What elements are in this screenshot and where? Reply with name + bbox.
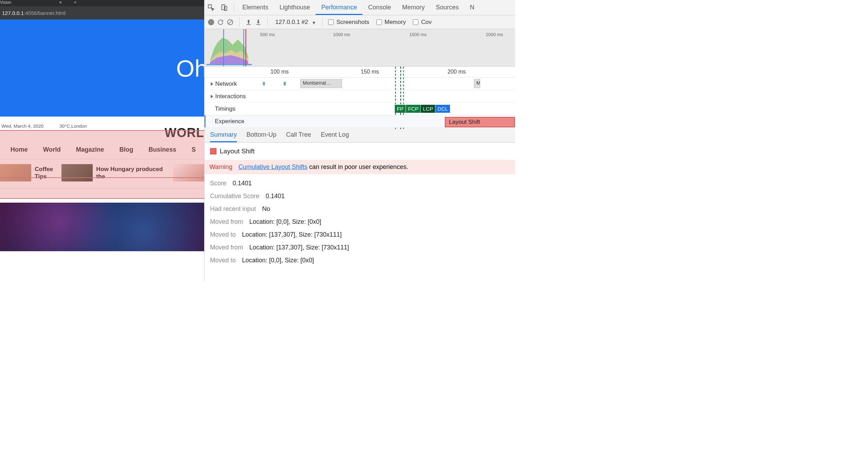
hero-image <box>0 203 204 251</box>
inspect-icon[interactable] <box>207 4 215 11</box>
timing-fcp[interactable]: FCP <box>406 105 420 113</box>
nav-item[interactable]: World <box>43 146 61 153</box>
track-label: Timings <box>215 105 235 112</box>
tab-elements[interactable]: Elements <box>237 0 274 15</box>
net-segment[interactable] <box>284 82 286 85</box>
net-request[interactable]: M <box>474 79 480 88</box>
download-icon[interactable] <box>255 19 262 26</box>
kv-val: No <box>262 205 270 213</box>
kv-key: Cumulative Score <box>210 193 259 200</box>
browser-window: Vision × + 127.0.0.1:4556/banner.html Oh… <box>0 0 204 281</box>
warning-tail: can result in poor user experiences. <box>307 163 408 170</box>
banner-text: Oh <box>176 55 204 82</box>
tab-summary[interactable]: Summary <box>210 131 237 142</box>
device-icon[interactable] <box>220 4 228 11</box>
expand-icon[interactable] <box>211 95 213 98</box>
timing-fp[interactable]: FP <box>395 105 406 113</box>
experience-marker <box>205 115 207 127</box>
svg-line-3 <box>228 20 232 24</box>
warning-row: Warning Cumulative Layout Shifts can res… <box>205 160 515 174</box>
kv-key: Moved from <box>210 218 243 226</box>
tab-event-log[interactable]: Event Log <box>321 131 349 142</box>
address-bar[interactable]: 127.0.0.1:4556/banner.html <box>0 6 204 19</box>
ruler-tick: 100 ms <box>270 69 289 75</box>
kv-val: 0.1401 <box>266 193 285 200</box>
ruler-tick: 150 ms <box>361 69 379 75</box>
tab-call-tree[interactable]: Call Tree <box>286 131 311 142</box>
separator <box>234 3 234 12</box>
track-interactions[interactable]: Interactions <box>205 90 515 103</box>
screenshots-checkbox[interactable] <box>328 19 334 25</box>
net-request[interactable]: Montserrat… <box>300 79 342 88</box>
kv-val: Location: [0,0], Size: [0x0] <box>249 218 321 226</box>
devtools-panel: Elements Lighthouse Performance Console … <box>204 0 515 281</box>
url-host: 127.0.0.1 <box>2 10 24 16</box>
page-viewport: Oh Wed, March 4, 2020 30°C,London WORL H… <box>0 19 204 281</box>
track-timings[interactable]: Timings FP FCP LCP DCL <box>205 103 515 115</box>
coverage-label: Cov <box>421 19 432 26</box>
tab-title[interactable]: Vision <box>0 0 11 5</box>
clear-icon[interactable] <box>227 19 234 26</box>
nav-item[interactable]: S <box>192 146 196 153</box>
track-label: Interactions <box>215 93 246 100</box>
overview-selection[interactable] <box>223 29 244 66</box>
tab-performance[interactable]: Performance <box>316 0 362 15</box>
nav-item[interactable]: Magazine <box>76 146 104 153</box>
nav-item[interactable]: Blog <box>119 146 133 153</box>
net-segment[interactable] <box>263 82 265 85</box>
detail-tabs: Summary Bottom-Up Call Tree Event Log <box>205 128 515 143</box>
warning-link[interactable]: Cumulative Layout Shifts <box>238 163 307 170</box>
svg-rect-4 <box>247 24 251 25</box>
ticker-thumb[interactable] <box>61 164 93 181</box>
separator <box>239 18 240 27</box>
close-icon[interactable]: × <box>59 0 62 5</box>
svg-rect-5 <box>256 24 260 25</box>
ruler-tick: 200 ms <box>448 69 466 75</box>
kv-val: Location: [0,0], Size: [0x0] <box>242 257 314 264</box>
reload-icon[interactable] <box>217 19 224 26</box>
ticker-thumb[interactable] <box>173 164 204 181</box>
tab-lighthouse[interactable]: Lighthouse <box>274 0 316 15</box>
overview-marker <box>245 29 246 66</box>
expand-icon[interactable] <box>211 82 213 86</box>
track-label: Experience <box>215 118 244 125</box>
kv-key: Moved from <box>210 244 243 251</box>
memory-checkbox[interactable] <box>376 19 382 25</box>
flame-chart[interactable]: 100 ms 150 ms 200 ms Network Montserrat…… <box>205 67 515 128</box>
tab-sources[interactable]: Sources <box>430 0 464 15</box>
ov-tick: 2000 ms <box>486 32 503 37</box>
timing-dcl[interactable]: DCL <box>435 105 450 113</box>
track-ruler: 100 ms 150 ms 200 ms <box>205 67 515 78</box>
page-date: Wed, March 4, 2020 <box>1 124 43 129</box>
add-tab-icon[interactable]: + <box>74 0 77 6</box>
tab-more[interactable]: N <box>464 0 480 15</box>
track-label: Network <box>215 80 237 87</box>
ov-tick: 1500 ms <box>409 32 427 37</box>
upload-icon[interactable] <box>245 19 252 26</box>
nav-item[interactable]: Home <box>10 146 28 153</box>
ticker-title[interactable]: How Hungary produced the <box>96 166 169 180</box>
ticker-thumb[interactable] <box>0 164 31 181</box>
kv-val: Location: [137,307], Size: [730x111] <box>242 231 342 238</box>
nav-item[interactable]: Business <box>149 146 176 153</box>
memory-label: Memory <box>385 19 406 26</box>
kv-key: Had recent input <box>210 205 256 213</box>
tab-bottom-up[interactable]: Bottom-Up <box>247 131 276 142</box>
layout-shift-block[interactable]: Layout Shift <box>445 117 515 127</box>
detail-body: Layout Shift Warning Cumulative Layout S… <box>205 143 515 274</box>
tab-memory[interactable]: Memory <box>397 0 430 15</box>
track-experience[interactable]: Experience Layout Shift <box>205 115 515 128</box>
url-port: :4556 <box>24 10 37 16</box>
overview-timeline[interactable]: 500 ms 1000 ms 1500 ms 2000 ms <box>205 29 515 67</box>
tab-console[interactable]: Console <box>362 0 397 15</box>
tab-strip: Vision × + <box>0 0 204 6</box>
timing-lcp[interactable]: LCP <box>421 105 435 113</box>
coverage-checkbox[interactable] <box>413 19 418 25</box>
ov-tick: 1000 ms <box>333 32 350 37</box>
separator <box>267 18 268 27</box>
record-icon[interactable] <box>208 19 214 25</box>
devtools-tabs: Elements Lighthouse Performance Console … <box>205 0 515 15</box>
profile-select[interactable]: 127.0.0.1 #2 <box>273 19 317 25</box>
ticker-title[interactable]: Coffee Tips <box>35 166 58 180</box>
track-network[interactable]: Network Montserrat… M <box>205 78 515 90</box>
